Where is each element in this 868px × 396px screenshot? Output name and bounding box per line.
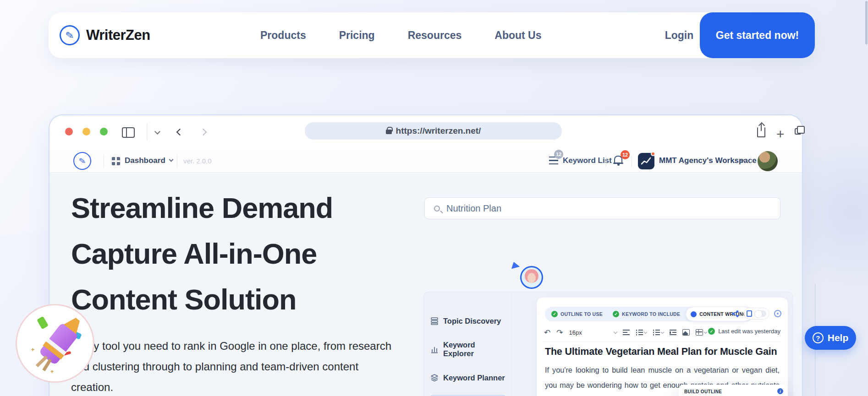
notification-badge: 12	[621, 150, 630, 159]
info-icon[interactable]: i	[777, 388, 783, 394]
page-scrollbar[interactable]	[865, 1, 868, 44]
sidebar-toggle-icon[interactable]	[122, 127, 135, 138]
hero-subtitle: Every tool you need to rank in Google in…	[71, 336, 397, 396]
keyword-list-menu[interactable]: Keyword List	[563, 156, 612, 165]
outline-panel-title: BUILD OUTLINE	[684, 389, 722, 394]
version-label: ver. 2.0.0	[183, 157, 212, 165]
address-bar[interactable]: https://writerzen.net/	[305, 122, 562, 140]
browser-chrome: https://writerzen.net/ +	[49, 115, 802, 150]
font-size-select[interactable]: 16px	[569, 329, 617, 336]
sparkle	[50, 369, 54, 374]
focus-mode-icon[interactable]	[774, 310, 781, 317]
share-icon[interactable]	[731, 310, 739, 318]
toggle-switch	[754, 310, 766, 317]
nav-links: Products Pricing Resources About Us	[260, 12, 542, 58]
share-icon[interactable]	[757, 127, 765, 137]
step-keyword-to-include[interactable]: ✓ KEYWORD TO INCLUDE	[608, 307, 685, 321]
url-text: https://writerzen.net/	[396, 126, 481, 136]
sidebar-item-label: Keyword Planner	[443, 374, 505, 382]
topic-discovery-icon	[430, 317, 439, 325]
divider	[606, 155, 606, 167]
nav-link-products[interactable]: Products	[260, 29, 306, 42]
redo-icon[interactable]: ↷	[556, 328, 563, 337]
hero-title-line2: Capture All-in-One	[71, 238, 317, 270]
build-outline-panel: BUILD OUTLINE i H2 H3 H4 Copy Add line	[679, 385, 788, 396]
font-size-value: 16px	[569, 329, 582, 336]
login-link[interactable]: Login	[658, 12, 700, 58]
writerzen-logo-icon: ✎	[58, 24, 81, 47]
confetti-candy	[37, 316, 49, 330]
top-navigation: ✎ WriterZen Products Pricing Resources A…	[49, 12, 815, 58]
keyword-list-badge: 12	[554, 150, 563, 159]
sidebar-item-keyword-explorer[interactable]: Keyword Explorer	[430, 342, 507, 356]
last-edit-text: Last edit was yesterday	[718, 328, 780, 335]
undo-icon[interactable]: ↶	[544, 328, 550, 337]
workspace-status-dot	[651, 152, 655, 156]
last-edit-status: ✓ Last edit was yesterday	[708, 328, 780, 335]
hero-title-line3: Content Solution	[71, 283, 296, 315]
new-tab-icon[interactable]: +	[776, 126, 785, 142]
divider	[543, 342, 781, 342]
app-panel: Topic Discovery Keyword Explorer Keyword…	[423, 292, 793, 396]
divider	[104, 155, 104, 168]
workflow-steps: ✓ OUTLINE TO USE ✓ KEYWORD TO INCLUDE CO…	[545, 307, 754, 321]
sidebar-item-label: Keyword Explorer	[443, 341, 507, 358]
dashboard-grid-icon	[112, 157, 120, 165]
nav-link-resources[interactable]: Resources	[408, 29, 462, 42]
editor-actions	[731, 308, 781, 320]
sidebar-item-keyword-planner[interactable]: Keyword Planner	[430, 371, 507, 385]
question-icon: ?	[813, 332, 824, 343]
app-header: ✎ Dashboard ver. 2.0.0 12 Keyword List 1…	[49, 150, 802, 173]
sidebar-item-topic-discovery[interactable]: Topic Discovery	[430, 314, 507, 328]
step-outline-to-use[interactable]: ✓ OUTLINE TO USE	[547, 307, 607, 321]
traffic-light-zoom[interactable]	[100, 128, 108, 136]
content-editor-card: ✓ OUTLINE TO USE ✓ KEYWORD TO INCLUDE CO…	[537, 298, 788, 396]
doc-toggle[interactable]	[744, 308, 769, 320]
traffic-light-minimize[interactable]	[82, 128, 90, 136]
sidebar-item-label: Topic Discovery	[443, 317, 501, 325]
keyword-planner-icon	[430, 374, 439, 382]
divider	[511, 292, 512, 396]
nav-link-about-us[interactable]: About Us	[494, 29, 541, 42]
divider	[177, 155, 177, 168]
back-icon[interactable]	[176, 129, 184, 136]
party-popper-icon	[38, 322, 79, 366]
check-icon: ✓	[551, 311, 558, 317]
indent-icon[interactable]	[670, 330, 676, 336]
app-logo-icon[interactable]: ✎	[72, 151, 92, 171]
brand[interactable]: ✎ WriterZen	[60, 12, 150, 58]
active-step-dot	[691, 311, 697, 317]
search-input[interactable]: Nutrition Plan	[424, 197, 780, 219]
chevron-down-icon[interactable]	[169, 157, 174, 162]
tab-overview-icon[interactable]	[795, 128, 801, 135]
collab-user-avatar	[520, 266, 543, 289]
divider	[147, 124, 147, 140]
traffic-light-close[interactable]	[65, 128, 73, 136]
chevron-down-icon	[613, 330, 617, 333]
insert-image-icon[interactable]	[682, 329, 690, 336]
search-value: Nutrition Plan	[446, 203, 501, 214]
search-icon	[434, 206, 440, 212]
help-button[interactable]: ? Help	[805, 326, 856, 350]
chevron-down-icon[interactable]	[154, 129, 160, 135]
hero-title-line1: Streamline Demand	[71, 192, 333, 224]
get-started-button[interactable]: Get started now!	[700, 12, 815, 58]
bullet-list-icon[interactable]	[636, 330, 647, 336]
nav-link-pricing[interactable]: Pricing	[339, 29, 375, 42]
numbered-list-icon[interactable]	[653, 330, 664, 336]
align-left-icon[interactable]	[623, 330, 630, 336]
document-icon	[747, 310, 752, 317]
user-avatar[interactable]	[758, 151, 778, 171]
collab-cursor-icon	[511, 262, 521, 271]
collab-avatar-face	[527, 273, 536, 283]
divider	[751, 155, 751, 167]
dashboard-menu[interactable]: Dashboard	[125, 156, 165, 165]
help-label: Help	[828, 332, 849, 343]
forward-icon[interactable]	[200, 129, 207, 136]
brand-name: WriterZen	[86, 27, 150, 43]
insert-table-icon[interactable]	[696, 329, 707, 336]
lock-icon	[386, 130, 392, 134]
article-title: The Ultimate Vegetarian Meal Plan for Mu…	[545, 346, 777, 358]
check-icon: ✓	[613, 311, 619, 317]
sparkle	[31, 347, 35, 352]
